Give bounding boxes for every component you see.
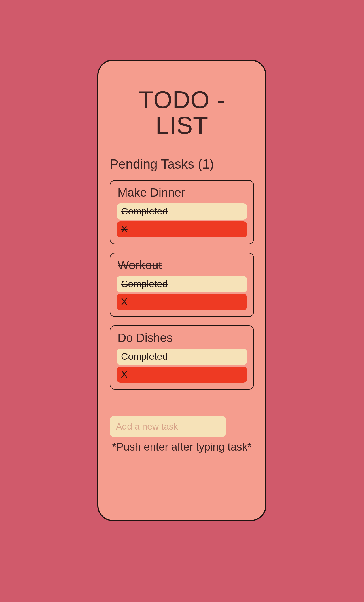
input-hint: *Push enter after typing task* (110, 441, 254, 453)
delete-button[interactable]: X (117, 294, 247, 310)
task-title: Make Dinner (118, 186, 247, 199)
pending-label-prefix: Pending Tasks ( (110, 157, 202, 171)
page-title: TODO - LIST (110, 87, 254, 138)
task-item: Make Dinner Completed X (110, 180, 254, 244)
completed-button[interactable]: Completed (117, 349, 247, 365)
todo-card: TODO - LIST Pending Tasks (1) Make Dinne… (97, 60, 266, 521)
task-item: Workout Completed X (110, 253, 254, 317)
spacer (110, 398, 254, 416)
pending-count: 1 (202, 157, 209, 171)
delete-button[interactable]: X (117, 367, 247, 383)
pending-tasks-heading: Pending Tasks (1) (110, 156, 254, 172)
add-task-wrap (110, 416, 226, 437)
completed-button[interactable]: Completed (117, 276, 247, 292)
task-title: Do Dishes (118, 331, 247, 345)
task-title: Workout (118, 258, 247, 272)
add-task-input[interactable] (110, 416, 226, 437)
task-item: Do Dishes Completed X (110, 325, 254, 390)
completed-button[interactable]: Completed (117, 203, 247, 220)
pending-label-suffix: ) (209, 157, 214, 171)
delete-button[interactable]: X (117, 221, 247, 237)
